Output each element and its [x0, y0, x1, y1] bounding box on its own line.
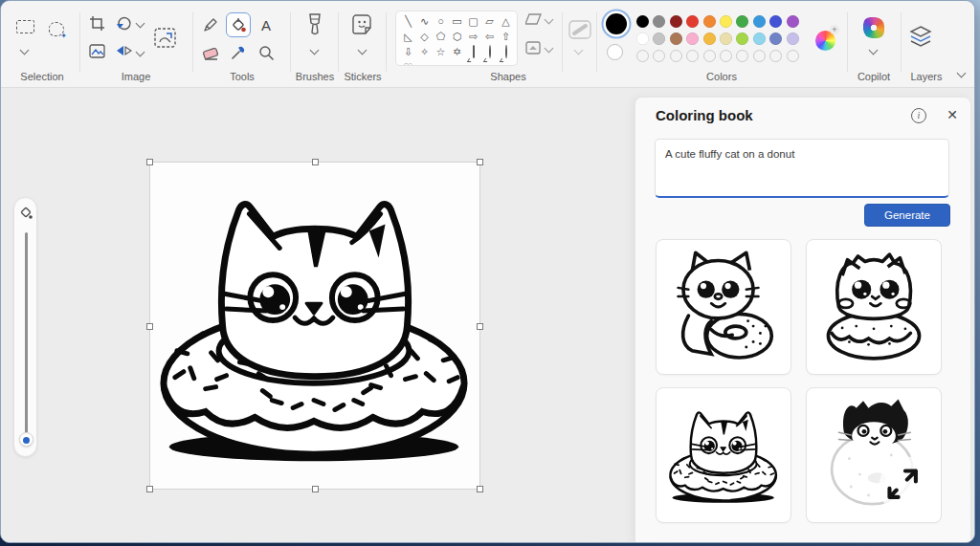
palette-color-90d5ee[interactable]: [753, 33, 766, 45]
shape-five-point-star[interactable]: ☆: [433, 44, 449, 59]
remove-background-icon[interactable]: [89, 44, 105, 58]
shape-diamond[interactable]: ◇: [416, 29, 433, 44]
pencil-tool-button[interactable]: [198, 12, 223, 37]
palette-color-4353d6[interactable]: [769, 15, 782, 28]
magnifier-tool-button[interactable]: [254, 40, 278, 65]
crop-icon[interactable]: [89, 15, 105, 32]
palette-color-f2ba41[interactable]: [703, 33, 716, 45]
shape-hexagon[interactable]: ⬡: [449, 29, 465, 44]
fill-tool-button[interactable]: [226, 12, 251, 37]
rotate-icon[interactable]: [116, 15, 132, 32]
info-icon[interactable]: i: [911, 108, 926, 123]
brush-icon[interactable]: [305, 13, 324, 36]
palette-empty-slot[interactable]: [670, 50, 682, 62]
shape-oval-speech-bubble[interactable]: [498, 44, 514, 59]
shape-speech-bubble[interactable]: [465, 44, 481, 59]
selection-handle-nw[interactable]: [146, 159, 153, 165]
shape-pentagon[interactable]: ⬠: [433, 29, 449, 44]
palette-empty-slot[interactable]: [703, 50, 716, 62]
result-thumbnail-fluffy-cat-on-donut[interactable]: [806, 239, 942, 375]
shape-arrow-left[interactable]: ⇦: [481, 29, 498, 44]
copilot-dropdown-chevron-icon[interactable]: [869, 46, 879, 55]
palette-color-eadfab[interactable]: [720, 33, 732, 45]
line-width-icon[interactable]: [568, 20, 591, 39]
prompt-input[interactable]: A cute fluffy cat on a donut: [655, 139, 949, 198]
shape-arrow-right[interactable]: ⇨: [465, 29, 481, 44]
palette-empty-slot[interactable]: [686, 50, 699, 62]
shape-line[interactable]: ╲: [400, 13, 416, 29]
collapse-ribbon-chevron-icon[interactable]: [957, 69, 967, 78]
shape-four-point-star[interactable]: ✧: [416, 44, 433, 59]
text-tool-button[interactable]: A: [254, 12, 278, 37]
fill-tolerance-slider[interactable]: [13, 197, 37, 457]
selection-handle-s[interactable]: [312, 486, 319, 492]
palette-color-8e2020[interactable]: [670, 15, 682, 28]
palette-empty-slot[interactable]: [736, 50, 748, 62]
generate-button[interactable]: Generate: [864, 204, 950, 227]
free-form-select-icon[interactable]: [49, 22, 64, 36]
selection-dropdown-chevron-icon[interactable]: [20, 46, 30, 55]
flip-dropdown-chevron-icon[interactable]: [136, 48, 145, 57]
rectangle-select-icon[interactable]: [16, 20, 34, 33]
result-thumbnail-black-cat-behind-donut[interactable]: [806, 387, 942, 523]
shape-right-triangle[interactable]: ◺: [400, 29, 416, 44]
color1-swatch[interactable]: [606, 13, 627, 34]
canvas-selection[interactable]: [149, 162, 480, 490]
shape-lightning[interactable]: ⌁: [416, 59, 433, 66]
shape-fill-chevron-icon[interactable]: [545, 44, 554, 54]
shape-arrow-down[interactable]: ⇩: [400, 44, 416, 59]
palette-color-aa7757[interactable]: [670, 33, 682, 45]
eraser-tool-button[interactable]: [198, 40, 223, 65]
palette-color-a4d648[interactable]: [736, 33, 748, 45]
palette-color-7083c7[interactable]: [769, 33, 782, 45]
result-thumbnail-cat-in-donut[interactable]: [656, 387, 791, 523]
close-icon[interactable]: ✕: [944, 106, 961, 123]
selection-handle-sw[interactable]: [146, 486, 153, 492]
palette-color-43a847[interactable]: [736, 15, 748, 28]
rotate-dropdown-chevron-icon[interactable]: [136, 19, 145, 29]
palette-color-8a8a8a[interactable]: [653, 15, 665, 28]
shape-arrow-up[interactable]: ⇧: [498, 29, 514, 44]
copilot-icon[interactable]: [863, 17, 884, 38]
palette-color-c3c3c3[interactable]: [653, 33, 665, 45]
palette-color-000000[interactable]: [636, 15, 649, 28]
shape-six-point-star[interactable]: ✡: [449, 44, 465, 59]
shape-round-speech-bubble[interactable]: [481, 44, 498, 59]
shape-oval[interactable]: ○: [433, 13, 449, 29]
palette-empty-slot[interactable]: [720, 50, 732, 62]
shape-heart[interactable]: ♡: [400, 59, 416, 66]
palette-empty-slot[interactable]: [636, 50, 649, 62]
palette-color-f7afcd[interactable]: [686, 33, 699, 45]
selection-handle-w[interactable]: [146, 323, 153, 330]
palette-color-3998dc[interactable]: [753, 15, 766, 28]
shape-polygon[interactable]: ▱: [481, 13, 498, 29]
stickers-icon[interactable]: [352, 14, 373, 35]
palette-color-9e54c5[interactable]: [787, 15, 799, 28]
palette-color-c6bfe9[interactable]: [787, 33, 799, 45]
line-width-chevron-icon[interactable]: [574, 46, 584, 55]
flip-icon[interactable]: [116, 44, 132, 58]
palette-color-e23b30[interactable]: [686, 15, 699, 28]
brushes-dropdown-chevron-icon[interactable]: [310, 46, 320, 55]
resize-image-icon[interactable]: [154, 28, 176, 48]
selection-handle-ne[interactable]: [477, 159, 483, 165]
result-thumbnail-cat-hugging-donut[interactable]: [656, 239, 791, 375]
stickers-dropdown-chevron-icon[interactable]: [358, 46, 368, 55]
selection-handle-n[interactable]: [312, 159, 319, 165]
layers-icon[interactable]: [909, 25, 932, 50]
shape-outline-icon[interactable]: [525, 12, 542, 26]
slider-thumb[interactable]: [19, 432, 33, 447]
palette-color-ffffff[interactable]: [636, 33, 649, 45]
color-picker-tool-button[interactable]: [226, 40, 251, 65]
palette-empty-slot[interactable]: [769, 50, 782, 62]
shape-curve[interactable]: ∿: [416, 13, 433, 29]
palette-empty-slot[interactable]: [753, 50, 766, 62]
canvas-workspace[interactable]: Coloring book i ✕ A cute fluffy cat on a…: [1, 89, 974, 543]
selection-handle-e[interactable]: [477, 323, 483, 330]
selection-handle-se[interactable]: [477, 486, 483, 492]
edit-colors-icon[interactable]: [815, 31, 835, 51]
color2-swatch[interactable]: [607, 44, 623, 60]
shape-fill-icon[interactable]: [525, 41, 542, 55]
shape-rectangle[interactable]: ▭: [449, 13, 465, 29]
shape-triangle[interactable]: △: [498, 13, 514, 29]
